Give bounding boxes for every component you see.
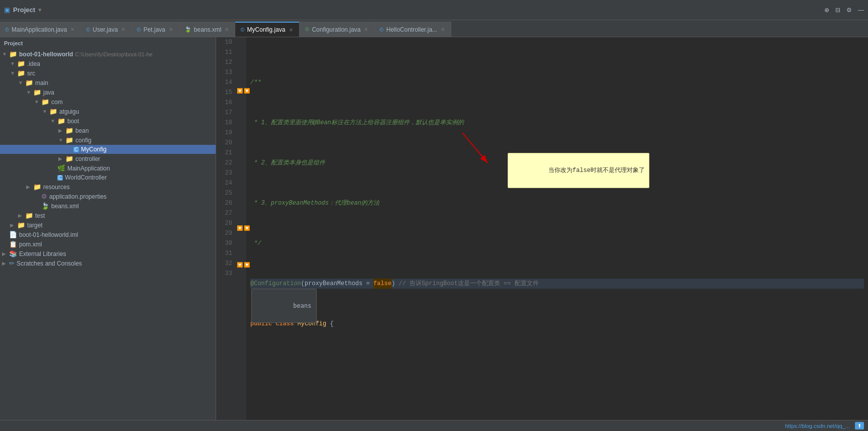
gutter-icon-23a: 🔽 [237,225,243,231]
tab-label-hello-controller: HelloController.ja... [386,26,437,33]
tree-label-config: config [75,137,91,144]
arrow-idea: ▼ [10,61,17,66]
arrow-atguigu: ▼ [42,109,49,114]
status-icon[interactable]: ⬆ [855,422,864,429]
tree-item-src[interactable]: ▼ 📁 src [0,68,216,78]
code-area[interactable]: /** * 1、配置类里面使用@Bean标注在方法上给容器注册组件，默认也是单实… [246,37,868,420]
tab-icon-pet: © [137,27,141,33]
tree-item-mainapplication[interactable]: 🌿 MainApplication [0,163,216,173]
dropdown-arrow[interactable]: ▾ [38,6,42,14]
tab-icon-user: © [86,27,90,33]
tab-configuration[interactable]: ⚙ Configuration.java ✕ [300,22,375,37]
tab-main-app[interactable]: © MainApplication.java ✕ [0,22,81,37]
gear-icon[interactable]: ⚙ [846,7,852,14]
beans-popup[interactable]: beans [251,289,317,323]
tree-label-root: boot-01-helloworld [19,51,73,58]
tab-close-hello-controller[interactable]: ✕ [440,26,446,33]
arrow-resources: ▶ [26,184,33,190]
spring-icon-mainapplication: 🌿 [57,164,65,172]
split-icon[interactable]: ⊟ [835,7,840,14]
tree-item-resources[interactable]: ▶ 📁 resources [0,182,216,192]
arrow-java: ▼ [26,90,33,95]
tree-item-iml[interactable]: 📄 boot-01-helloworld.iml [0,230,216,239]
tree-label-idea: .idea [27,60,40,67]
tree-label-beansxml: beans.xml [51,203,79,210]
tab-user[interactable]: © User.java ✕ [81,22,132,37]
tab-icon-configuration: ⚙ [305,26,310,33]
folder-icon-com: 📁 [41,98,49,106]
folder-icon-src: 📁 [17,69,25,77]
folder-icon-root: 📁 [9,50,17,58]
tab-pet[interactable]: © Pet.java ✕ [132,22,179,37]
gutter-icon-15a: 🔽 [237,88,243,94]
tab-beans-xml[interactable]: 🍃 beans.xml ✕ [179,22,236,37]
tab-close-configuration[interactable]: ✕ [363,26,369,33]
tree-item-ext-libs[interactable]: ▶ 📚 External Libraries [0,249,216,258]
tab-close-myconfig[interactable]: ✕ [288,27,294,33]
tree-label-src: src [27,70,35,77]
tree-item-appprops[interactable]: ⚙ application.properties [0,192,216,201]
beans-popup-text: beans [293,302,311,309]
tab-label-configuration: Configuration.java [312,26,361,33]
arrow-scratches: ▶ [2,261,9,266]
tree-item-bean[interactable]: ▶ 📁 bean [0,126,216,135]
arrow-src: ▼ [10,70,17,76]
tree-item-config[interactable]: ▼ 📁 config [0,135,216,145]
tree-label-controller: controller [75,155,100,162]
tab-close-beans-xml[interactable]: ✕ [224,26,230,33]
code-editor[interactable]: 10 11 12 13 14 15 16 17 18 19 20 21 22 2… [216,37,868,420]
folder-icon-java: 📁 [33,89,41,96]
folder-icon-test: 📁 [25,212,33,219]
tree-item-java[interactable]: ▼ 📁 java [0,88,216,97]
tree-label-worldcontroller: WorldController [65,174,107,181]
code-line-10: /** [250,77,864,88]
xml-icon-beansxml: 🍃 [41,202,49,210]
tree-item-worldcontroller[interactable]: C WorldController [0,173,216,182]
tab-label-beans-xml: beans.xml [194,26,222,33]
tab-bar: © MainApplication.java ✕ © User.java ✕ ©… [0,20,868,37]
tree-item-myconfig[interactable]: C MyConfig [0,145,216,154]
tab-icon-hello-controller: © [379,27,383,33]
tree-item-root[interactable]: ▼ 📁 boot-01-helloworld C:\Users\fy\Deskt… [0,49,216,59]
tree-item-boot[interactable]: ▼ 📁 boot [0,116,216,126]
tab-label-user: User.java [92,26,118,33]
minimize-icon[interactable]: — [858,7,864,14]
sidebar-header: Project [0,37,216,49]
title-bar-left: ▣ Project ▾ [4,6,42,14]
scratch-icon: ✏ [9,260,15,267]
code-line-15: @Configuration(proxyBeanMethods = false)… [250,279,864,289]
folder-icon-atguigu: 📁 [49,108,57,115]
tree-label-myconfig: MyConfig [81,146,107,153]
arrow-root: ▼ [2,51,9,57]
project-icon: ▣ [4,6,10,14]
tree-path-root: C:\Users\fy\Desktop\boot-01-he [75,51,152,57]
pom-icon: 📋 [9,240,17,248]
tree-item-atguigu[interactable]: ▼ 📁 atguigu [0,107,216,116]
tab-close-user[interactable]: ✕ [120,26,126,33]
tree-item-target[interactable]: ▶ 📁 target [0,220,216,230]
tree-item-com[interactable]: ▼ 📁 com [0,97,216,107]
tab-hello-controller[interactable]: © HelloController.ja... ✕ [374,22,451,37]
tree-label-scratches: Scratches and Consoles [17,260,82,267]
code-line-11: * 1、配置类里面使用@Bean标注在方法上给容器注册组件，默认也是单实例的 [250,118,864,128]
tree-label-test: test [35,212,45,219]
tab-myconfig[interactable]: © MyConfig.java ✕ [235,22,299,37]
tree-item-beansxml[interactable]: 🍃 beans.xml [0,201,216,211]
tree-item-test[interactable]: ▶ 📁 test [0,211,216,220]
tab-close-pet[interactable]: ✕ [168,26,174,33]
tree-item-controller[interactable]: ▶ 📁 controller [0,154,216,163]
project-label: Project [13,6,35,14]
tree-label-target: target [27,222,43,229]
lib-icon: 📚 [9,250,17,257]
tree-item-pom[interactable]: 📋 pom.xml [0,239,216,249]
tree-label-ext-libs: External Libraries [19,250,66,257]
globe-icon[interactable]: ⊕ [824,7,829,14]
code-line-16: public class MyConfig { [250,319,864,329]
tree-item-main[interactable]: ▼ 📁 main [0,78,216,88]
tab-close-main-app[interactable]: ✕ [69,26,75,33]
tree-item-scratches[interactable]: ▶ ✏ Scratches and Consoles [0,258,216,268]
arrow-config: ▼ [58,137,65,143]
tree-item-idea[interactable]: ▼ 📁 .idea [0,59,216,68]
tree-label-mainapplication: MainApplication [67,165,110,172]
folder-icon-controller: 📁 [65,155,73,162]
